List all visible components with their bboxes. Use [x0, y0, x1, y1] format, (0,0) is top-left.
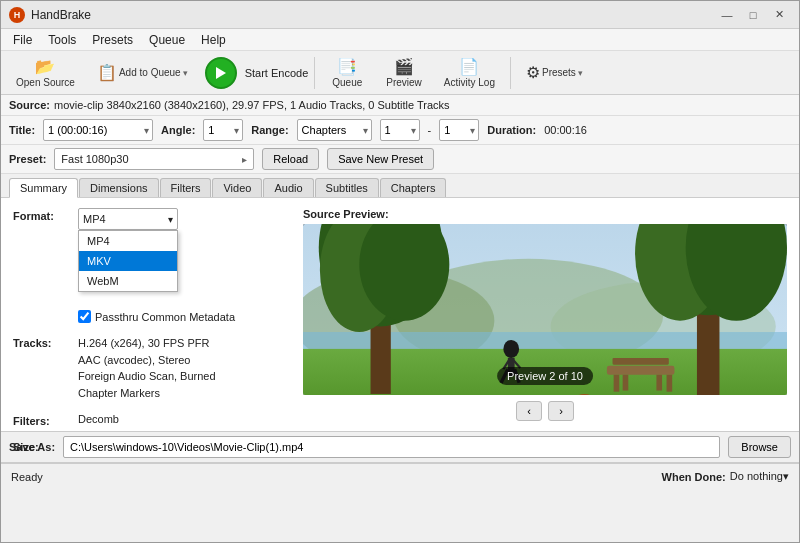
svg-rect-19 [656, 375, 662, 391]
app-title: HandBrake [31, 8, 715, 22]
angle-select[interactable]: 1 [203, 119, 243, 141]
maximize-button[interactable]: □ [741, 5, 765, 25]
tracks-value: H.264 (x264), 30 FPS PFR AAC (avcodec), … [78, 335, 279, 401]
format-dropdown-icon: ▾ [168, 214, 173, 225]
source-value: movie-clip 3840x2160 (3840x2160), 29.97 … [54, 99, 450, 111]
saveas-input[interactable] [63, 436, 720, 458]
menubar: File Tools Presets Queue Help [1, 29, 799, 51]
tab-chapters[interactable]: Chapters [380, 178, 447, 197]
duration-value: 00:00:16 [544, 124, 587, 136]
menu-presets[interactable]: Presets [84, 31, 141, 49]
tracks-row: Tracks: H.264 (x264), 30 FPS PFR AAC (av… [13, 335, 279, 401]
format-selected-value: MP4 [83, 213, 106, 225]
tabs: Summary Dimensions Filters Video Audio S… [1, 174, 799, 198]
when-done-label: When Done: [662, 471, 726, 483]
angle-select-wrapper[interactable]: 1 [203, 119, 243, 141]
track-1: AAC (avcodec), Stereo [78, 352, 279, 369]
open-source-icon: 📂 [35, 57, 55, 76]
duration-label: Duration: [487, 124, 536, 136]
preset-label: Preset: [9, 153, 46, 165]
passthru-row: Passthru Common Metadata [78, 310, 279, 323]
tracks-label: Tracks: [13, 335, 78, 349]
title-label: Title: [9, 124, 35, 136]
svg-rect-16 [614, 375, 620, 392]
preview-next-button[interactable]: › [548, 401, 574, 421]
status-text: Ready [11, 471, 43, 483]
preview-nav: ‹ › [303, 401, 787, 421]
right-panel: Source Preview: [291, 198, 799, 431]
format-dropdown-container[interactable]: MP4 ▾ MP4 MKV WebM [78, 208, 178, 230]
minimize-button[interactable]: — [715, 5, 739, 25]
preview-button[interactable]: 🎬 Preview [377, 54, 431, 92]
add-queue-dropdown-icon[interactable]: ▾ [183, 68, 188, 78]
format-dropdown-menu: MP4 MKV WebM [78, 230, 178, 292]
main-content: Format: MP4 ▾ MP4 MKV WebM [1, 198, 799, 431]
menu-help[interactable]: Help [193, 31, 234, 49]
queue-button[interactable]: 📑 Queue [321, 54, 373, 92]
statusbar: Ready When Done: Do nothing▾ [1, 463, 799, 489]
format-option-webm[interactable]: WebM [79, 271, 177, 291]
range-to-wrapper[interactable]: 1 [439, 119, 479, 141]
preview-badge: Preview 2 of 10 [497, 367, 593, 385]
range-type-wrapper[interactable]: Chapters [297, 119, 372, 141]
window-controls: — □ ✕ [715, 5, 791, 25]
format-option-mp4[interactable]: MP4 [79, 231, 177, 251]
format-label: Format: [13, 208, 78, 222]
svg-rect-15 [613, 358, 669, 365]
format-option-mkv[interactable]: MKV [79, 251, 177, 271]
format-row: Format: MP4 ▾ MP4 MKV WebM [13, 208, 279, 323]
title-select[interactable]: 1 (00:00:16) [43, 119, 153, 141]
saveas-label: Save As: [9, 441, 55, 453]
passthru-checkbox[interactable] [78, 310, 91, 323]
title-select-wrapper[interactable]: 1 (00:00:16) [43, 119, 153, 141]
svg-rect-17 [667, 375, 673, 392]
toolbar: 📂 Open Source 📋 Add to Queue ▾ Start Enc… [1, 51, 799, 95]
activity-log-button[interactable]: 📄 Activity Log [435, 54, 504, 92]
range-type-select[interactable]: Chapters [297, 119, 372, 141]
preset-row: Preset: Fast 1080p30 ▸ Reload Save New P… [1, 145, 799, 174]
when-done-text: Do nothing▾ [730, 470, 789, 483]
preview-label: Source Preview: [303, 208, 787, 220]
save-new-preset-button[interactable]: Save New Preset [327, 148, 434, 170]
tab-video[interactable]: Video [212, 178, 262, 197]
svg-point-20 [503, 340, 519, 358]
saveas-row: Save As: Browse [1, 431, 799, 463]
menu-file[interactable]: File [5, 31, 40, 49]
preset-value: Fast 1080p30 [61, 153, 128, 165]
play-icon [216, 67, 226, 79]
format-select[interactable]: MP4 ▾ [78, 208, 178, 230]
start-encode-play-button[interactable] [205, 57, 237, 89]
range-separator: - [428, 124, 432, 136]
tab-subtitles[interactable]: Subtitles [315, 178, 379, 197]
preview-container: Preview 2 of 10 [303, 224, 787, 395]
when-done-value[interactable]: Do nothing▾ [730, 470, 789, 483]
tab-audio[interactable]: Audio [263, 178, 313, 197]
range-from-wrapper[interactable]: 1 [380, 119, 420, 141]
start-encode-label[interactable]: Start Encode [245, 67, 309, 79]
preview-prev-button[interactable]: ‹ [516, 401, 542, 421]
add-to-queue-button[interactable]: 📋 Add to Queue ▾ [88, 54, 197, 92]
tab-summary[interactable]: Summary [9, 178, 78, 198]
filters-label: Filters: [13, 413, 78, 427]
app-icon: H [9, 7, 25, 23]
browse-button[interactable]: Browse [728, 436, 791, 458]
reload-button[interactable]: Reload [262, 148, 319, 170]
svg-rect-14 [607, 366, 675, 375]
range-label: Range: [251, 124, 288, 136]
filters-value: Decomb [78, 413, 279, 425]
tab-dimensions[interactable]: Dimensions [79, 178, 158, 197]
when-done-group: When Done: Do nothing▾ [662, 470, 789, 483]
range-to-select[interactable]: 1 [439, 119, 479, 141]
preview-icon: 🎬 [394, 57, 414, 76]
open-source-button[interactable]: 📂 Open Source [7, 54, 84, 92]
presets-button[interactable]: ⚙ Presets ▾ [517, 54, 592, 92]
tab-filters[interactable]: Filters [160, 178, 212, 197]
menu-tools[interactable]: Tools [40, 31, 84, 49]
range-from-select[interactable]: 1 [380, 119, 420, 141]
track-3: Chapter Markers [78, 385, 279, 402]
preset-field[interactable]: Fast 1080p30 ▸ [54, 148, 254, 170]
close-button[interactable]: ✕ [767, 5, 791, 25]
menu-queue[interactable]: Queue [141, 31, 193, 49]
svg-rect-18 [623, 375, 629, 391]
presets-dropdown-icon: ▾ [578, 68, 583, 78]
